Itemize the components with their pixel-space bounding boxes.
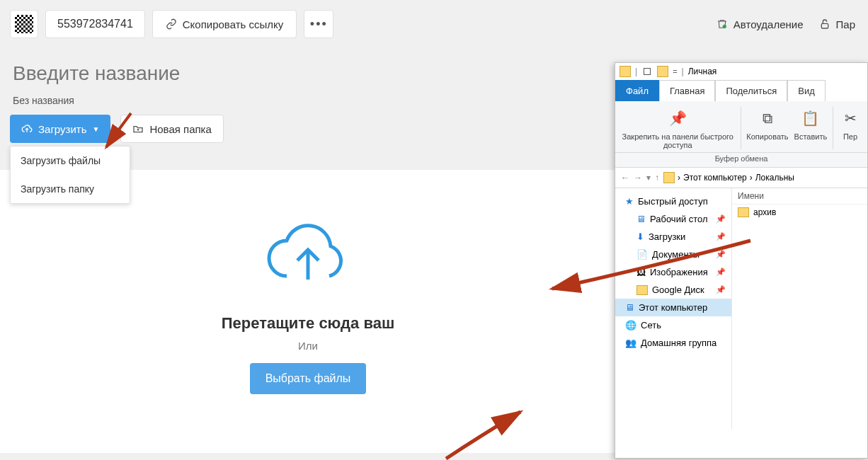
more-button[interactable]: •••: [304, 10, 333, 38]
cloud-upload-icon: [21, 123, 33, 134]
tab-view[interactable]: Вид: [787, 80, 826, 101]
picture-icon: 🖼: [636, 267, 646, 277]
folder-icon: [619, 66, 631, 77]
content-area: Перетащите сюда ваш Или Выбрать файлы: [0, 170, 616, 453]
password-button[interactable]: Пар: [819, 18, 855, 30]
ribbon-copy[interactable]: ⧉ Копировать: [746, 107, 788, 149]
ribbon-section-label: Буфер обмена: [615, 153, 867, 168]
explorer-titlebar[interactable]: | = | Личная: [615, 63, 867, 80]
pin-icon: 📌: [716, 268, 726, 277]
top-bar: 553972834741 Скопировать ссылку ••• Авто…: [0, 0, 868, 48]
pin-icon: 📌: [716, 285, 726, 294]
breadcrumb-bar[interactable]: › Этот компьютер › Локальны: [663, 172, 862, 183]
pin-icon: 📌: [716, 250, 726, 259]
explorer-title: Личная: [688, 67, 717, 76]
breadcrumb-part[interactable]: Этот компьютер: [683, 173, 747, 183]
monitor-icon: 🖥: [636, 214, 646, 224]
new-folder-label: Новая папка: [149, 123, 211, 135]
tab-share[interactable]: Поделиться: [715, 80, 787, 101]
link-icon: [166, 18, 177, 30]
ribbon-extra[interactable]: ✂ Пер: [839, 107, 862, 149]
drop-prompt: Перетащите сюда ваш: [222, 314, 395, 333]
download-icon: ⬇: [636, 231, 644, 242]
ribbon-paste[interactable]: 📋 Вставить: [794, 107, 828, 149]
file-explorer-window[interactable]: | = | Личная Файл Главная Поделиться Вид…: [615, 62, 868, 459]
nav-up-icon[interactable]: ↑: [655, 173, 659, 183]
upload-folder-item[interactable]: Загрузить папку: [11, 175, 130, 203]
tree-network[interactable]: 🌐Сеть: [615, 316, 731, 334]
nav-down-icon[interactable]: ▾: [646, 173, 651, 183]
select-files-button[interactable]: Выбрать файлы: [250, 363, 367, 394]
upload-files-item[interactable]: Загрузить файлы: [11, 146, 130, 175]
tree-quick-access[interactable]: ★Быстрый доступ: [615, 192, 731, 210]
homegroup-icon: 👥: [625, 338, 636, 348]
breadcrumb-part[interactable]: Локальны: [755, 173, 794, 183]
tree-documents[interactable]: 📄Документы📌: [615, 246, 731, 263]
folder-icon: [663, 172, 675, 183]
explorer-tree: ★Быстрый доступ 🖥Рабочий стол📌 ⬇Загрузки…: [615, 188, 732, 429]
auto-delete-button[interactable]: Автоудаление: [716, 18, 804, 30]
new-folder-button[interactable]: Новая папка: [120, 115, 223, 143]
tree-downloads[interactable]: ⬇Загрузки📌: [615, 228, 731, 246]
file-row-archive[interactable]: архив: [732, 205, 867, 220]
board-id-chip[interactable]: 553972834741: [45, 10, 145, 38]
auto-delete-label: Автоудаление: [733, 18, 804, 30]
folder-plus-icon: [132, 123, 144, 134]
paste-icon: 📋: [799, 107, 822, 130]
pin-icon: 📌: [666, 107, 689, 130]
tree-this-pc[interactable]: 🖥Этот компьютер: [615, 299, 731, 316]
explorer-file-list: Имени архив: [732, 188, 867, 429]
folder-icon: [738, 207, 749, 217]
copy-icon: ⧉: [756, 107, 779, 130]
tree-homegroup[interactable]: 👥Домашняя группа: [615, 334, 731, 352]
doc-icon: 📄: [636, 249, 648, 260]
explorer-nav-row: ← → ▾ ↑ › Этот компьютер › Локальны: [615, 168, 867, 188]
tab-file[interactable]: Файл: [615, 80, 659, 101]
password-label: Пар: [836, 18, 855, 30]
tree-pictures[interactable]: 🖼Изображения📌: [615, 263, 731, 281]
pc-icon: 🖥: [625, 302, 634, 313]
upload-button[interactable]: Загрузить ▼: [10, 115, 110, 143]
caret-down-icon: ▼: [93, 125, 100, 133]
cloud-upload-large-icon: [262, 212, 354, 297]
save-icon[interactable]: [641, 66, 653, 77]
pin-icon: 📌: [716, 214, 726, 224]
ribbon: 📌 Закрепить на панели быстрого доступа ⧉…: [615, 101, 867, 153]
svg-rect-2: [644, 69, 651, 75]
folder-icon: [657, 66, 668, 77]
tree-gdrive[interactable]: Google Диск📌: [615, 281, 731, 299]
folder-icon: [636, 285, 648, 295]
lock-icon: [819, 18, 830, 30]
copy-link-button[interactable]: Скопировать ссылку: [152, 10, 297, 38]
qr-code-icon[interactable]: [10, 10, 38, 38]
explorer-tabs: Файл Главная Поделиться Вид: [615, 80, 867, 101]
tab-main[interactable]: Главная: [659, 80, 715, 101]
svg-point-0: [722, 25, 726, 28]
scissors-icon: ✂: [839, 107, 862, 130]
copy-link-label: Скопировать ссылку: [183, 18, 284, 30]
svg-rect-1: [821, 23, 828, 28]
upload-label: Загрузить: [38, 123, 87, 135]
pin-icon: 📌: [716, 232, 726, 241]
nav-back-icon[interactable]: ←: [621, 173, 629, 183]
column-header-name[interactable]: Имени: [732, 188, 867, 205]
network-icon: 🌐: [625, 320, 636, 330]
upload-dropdown: Загрузить файлы Загрузить папку: [10, 146, 130, 204]
nav-fwd-icon[interactable]: →: [634, 173, 642, 183]
or-text: Или: [298, 340, 318, 352]
ribbon-pin[interactable]: 📌 Закрепить на панели быстрого доступа: [621, 107, 735, 149]
tree-desktop[interactable]: 🖥Рабочий стол📌: [615, 210, 731, 228]
file-name: архив: [753, 207, 776, 217]
trash-timer-icon: [716, 18, 728, 30]
star-icon: ★: [625, 196, 634, 207]
